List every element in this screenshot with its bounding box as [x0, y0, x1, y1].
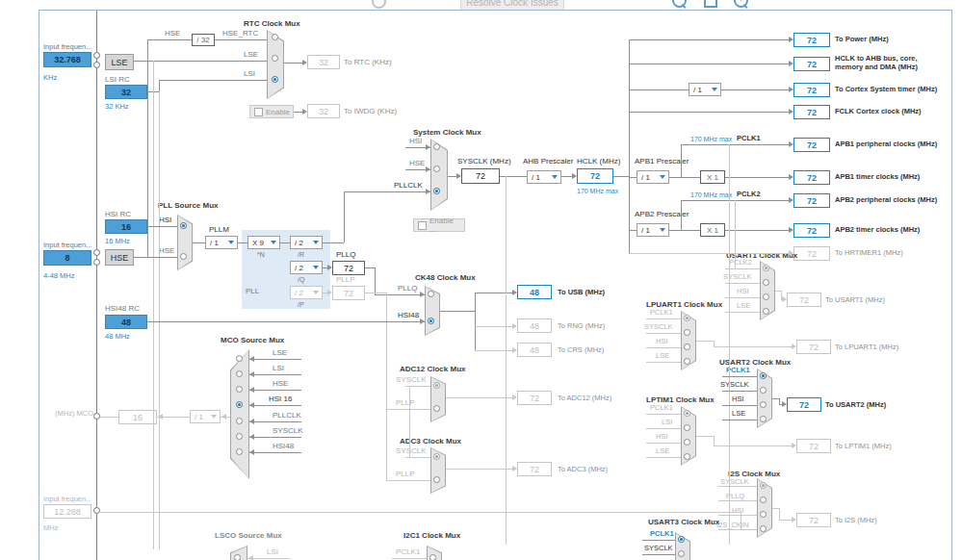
pllm-select[interactable]: / 1	[205, 236, 238, 249]
wire	[714, 436, 715, 445]
mux-radio[interactable]	[684, 410, 690, 417]
arrow-icon	[512, 466, 517, 471]
mco-div-select[interactable]: / 1	[190, 410, 221, 423]
wire	[386, 480, 430, 481]
lsi-value-box: 32	[105, 85, 147, 99]
mco-source-mux[interactable]	[230, 349, 249, 479]
mux-radio[interactable]	[684, 424, 690, 431]
pll-mul-select[interactable]: X 9	[247, 236, 280, 249]
mux-radio[interactable]	[763, 293, 769, 300]
mux-radio[interactable]	[236, 401, 243, 408]
mux-radio[interactable]	[180, 222, 187, 229]
mux-radio[interactable]	[684, 344, 690, 350]
wire	[779, 508, 780, 520]
mux-radio[interactable]	[180, 253, 187, 260]
mux-radio[interactable]	[236, 370, 243, 377]
mux-radio[interactable]	[684, 315, 690, 321]
wire	[238, 242, 247, 243]
wire	[629, 112, 789, 113]
mux-radio[interactable]	[236, 418, 243, 424]
lse-input-value-box[interactable]: 32.768	[43, 52, 91, 67]
mux-radio[interactable]	[678, 536, 685, 543]
apb1-periph-freq-box: 72	[793, 138, 830, 152]
mux-radio[interactable]	[433, 143, 440, 150]
clock-tree-canvas[interactable]: Input frequen... 32.768 KHz LSE LSI RC 3…	[39, 10, 952, 560]
mux-radio[interactable]	[429, 554, 436, 560]
mux-radio[interactable]	[763, 308, 769, 315]
wire	[629, 39, 789, 40]
hse-rtc-label: HSE_RTC	[222, 30, 258, 38]
to-lpuart1-label: To LPUART1 (MHz)	[835, 344, 898, 351]
apb1-prescaler-select[interactable]: / 1	[637, 170, 669, 184]
wire	[722, 391, 757, 392]
fit-view-icon[interactable]	[704, 0, 717, 8]
mux-radio[interactable]	[684, 439, 690, 445]
mux-radio[interactable]	[433, 476, 440, 483]
pllq-select[interactable]: / 2	[290, 261, 323, 274]
mux-radio[interactable]	[433, 188, 440, 194]
lse-input-unit: KHz	[43, 74, 57, 82]
pllr-select[interactable]: / 2	[290, 236, 323, 249]
wire	[629, 177, 637, 178]
help-icon[interactable]	[372, 0, 386, 9]
hse-input-value-box[interactable]: 8	[43, 250, 91, 266]
apb2-timer-out-label: APB2 timer clocks (MHz)	[835, 226, 920, 234]
mux-radio[interactable]	[433, 453, 440, 460]
usart2-freq-box[interactable]: 72	[787, 397, 821, 412]
hclk-freq-box[interactable]: 72	[577, 168, 613, 184]
wire	[669, 230, 681, 231]
mux-radio[interactable]	[272, 55, 278, 62]
mux-radio[interactable]	[428, 318, 434, 324]
mux-radio[interactable]	[236, 386, 243, 393]
mux-radio[interactable]	[272, 34, 278, 40]
wire	[249, 405, 301, 406]
mux-radio[interactable]	[760, 401, 767, 408]
rtc-enable-checkbox[interactable]: Enable	[249, 105, 294, 118]
mux-radio[interactable]	[760, 387, 767, 394]
mux-radio[interactable]	[678, 550, 685, 557]
css-enable-checkbox[interactable]: Enable ...	[413, 218, 465, 232]
mux-radio[interactable]	[760, 372, 767, 379]
zoom-out-icon[interactable]: −	[672, 0, 687, 8]
mux-radio[interactable]	[272, 76, 278, 83]
mux-radio[interactable]	[760, 496, 767, 503]
wire	[405, 457, 430, 458]
wire	[386, 409, 430, 410]
mux-radio[interactable]	[684, 453, 690, 460]
apb1-periph-out-label: APB1 peripheral clocks (MHz)	[835, 140, 937, 148]
zoom-in-icon[interactable]: +	[734, 0, 748, 8]
mux-radio[interactable]	[433, 405, 440, 412]
mux-radio[interactable]	[236, 355, 243, 362]
system-clock-mux[interactable]	[430, 139, 448, 211]
mux-radio[interactable]	[236, 448, 243, 455]
mux-radio[interactable]	[428, 291, 434, 297]
wire	[375, 267, 376, 294]
wire	[323, 242, 344, 243]
wire	[696, 436, 714, 437]
mux-radio[interactable]	[760, 511, 767, 518]
mux-radio[interactable]	[684, 358, 690, 365]
mux-radio[interactable]	[433, 165, 440, 172]
ahb-prescaler-select[interactable]: / 1	[527, 170, 561, 184]
mux-radio[interactable]	[684, 329, 690, 336]
mux-radio[interactable]	[760, 482, 767, 489]
mux-radio[interactable]	[236, 433, 243, 440]
i2s-ckin-pin	[93, 507, 100, 514]
wire	[153, 61, 154, 549]
wire	[646, 362, 681, 363]
hsi-value-box: 16	[105, 219, 147, 234]
mux-radio[interactable]	[234, 554, 241, 560]
mux-radio[interactable]	[760, 525, 767, 532]
apb1-timer-mult-box: X 1	[700, 170, 725, 184]
arrow-icon	[302, 60, 307, 65]
apb2-prescaler-select[interactable]: / 1	[637, 223, 669, 237]
cortex-timer-select[interactable]: / 1	[689, 83, 721, 96]
mux-radio[interactable]	[433, 382, 440, 389]
mco-mux-title: MCO Source Mux	[221, 337, 284, 345]
mux-radio[interactable]	[763, 265, 769, 271]
mux-radio[interactable]	[760, 416, 767, 422]
wire	[772, 398, 779, 399]
pllp-sub: /P	[298, 301, 304, 309]
mux-radio[interactable]	[763, 279, 769, 286]
clock-configuration-view: Resolve Clock Issues − + Input frequen..…	[0, 0, 962, 560]
